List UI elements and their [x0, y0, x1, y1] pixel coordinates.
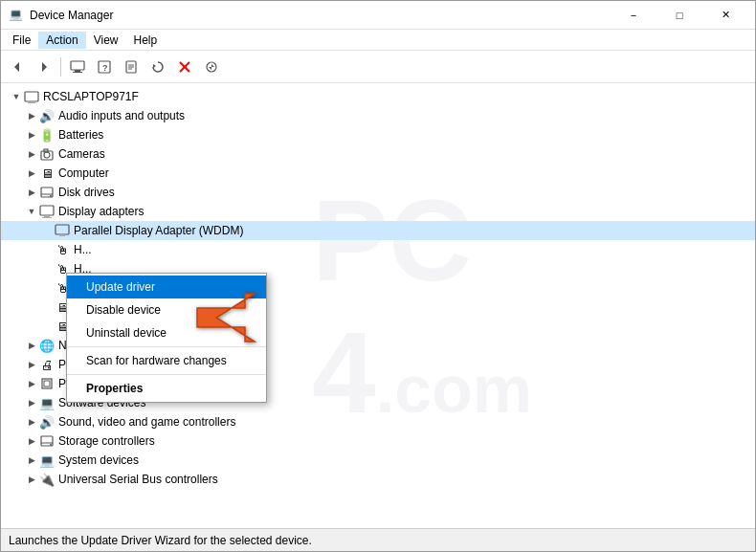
svg-marker-11	[153, 64, 156, 68]
svg-marker-0	[14, 62, 19, 72]
displayadapters-icon	[39, 204, 55, 219]
window-title: Device Manager	[30, 9, 611, 22]
svg-rect-2	[71, 61, 84, 70]
root-icon	[24, 89, 39, 104]
tree-item-storagecontrollers[interactable]: ▶ Storage controllers	[1, 431, 755, 451]
tree-item-displayadapters[interactable]: ▼ Display adapters	[1, 202, 755, 221]
svg-rect-30	[44, 381, 50, 386]
tree-item-diskdrives[interactable]: ▶ Disk drives	[1, 183, 755, 202]
main-content: PC4.com ▼ RCSLAPTOP971F ▶ 🔊 Audio inputs…	[1, 83, 755, 528]
tree-item-audio[interactable]: ▶ 🔊 Audio inputs and outputs	[1, 106, 755, 125]
usb-label: Universal Serial Bus controllers	[58, 473, 218, 486]
usb-toggle[interactable]: ▶	[24, 472, 39, 487]
cameras-label: Cameras	[58, 147, 105, 161]
refresh-button[interactable]	[145, 55, 170, 79]
printqueues-toggle[interactable]: ▶	[24, 357, 39, 372]
minimize-button[interactable]: −	[611, 1, 656, 30]
forward-button[interactable]	[32, 55, 56, 79]
title-bar: 💻 Device Manager − □ ✕	[1, 1, 755, 30]
computer-button[interactable]	[65, 55, 90, 79]
properties-button[interactable]	[119, 55, 144, 79]
ctx-separator	[67, 346, 266, 347]
storagecontrollers-toggle[interactable]: ▶	[24, 433, 39, 449]
menu-view[interactable]: View	[86, 32, 126, 49]
systemdevices-toggle[interactable]: ▶	[24, 453, 39, 468]
toolbar-separator-1	[60, 57, 61, 77]
properties-icon	[124, 60, 138, 74]
close-button[interactable]: ✕	[703, 1, 747, 30]
help-button[interactable]: ?	[92, 55, 117, 79]
svg-point-33	[50, 444, 52, 446]
status-text: Launches the Update Driver Wizard for th…	[9, 534, 312, 547]
forward-icon	[37, 60, 51, 74]
systemdevices-label: System devices	[58, 453, 139, 467]
networkadapters-toggle[interactable]: ▶	[24, 338, 39, 353]
h1-icon: 🖱	[55, 242, 70, 257]
svg-rect-28	[59, 234, 65, 236]
tree-item-cameras[interactable]: ▶ Cameras	[1, 144, 755, 164]
svg-rect-4	[73, 72, 82, 73]
remove-button[interactable]	[172, 55, 197, 79]
ctx-update-driver[interactable]: Update driver	[67, 276, 266, 298]
computer-label: Computer	[58, 166, 109, 180]
batteries-label: Batteries	[58, 128, 103, 142]
back-button[interactable]	[5, 55, 30, 79]
cameras-toggle[interactable]: ▶	[24, 146, 39, 162]
display-child-label: Parallel Display Adapter (WDDM)	[74, 224, 243, 237]
tree-item-usb[interactable]: ▶ 🔌 Universal Serial Bus controllers	[1, 470, 755, 489]
ctx-uninstall-device[interactable]: Uninstall device	[67, 321, 266, 344]
menu-file[interactable]: File	[5, 32, 38, 49]
tree-item-batteries[interactable]: ▶ 🔋 Batteries	[1, 125, 755, 144]
tree-item-soundvideo[interactable]: ▶ 🔊 Sound, video and game controllers	[1, 412, 755, 431]
audio-icon: 🔊	[39, 108, 55, 123]
svg-rect-25	[44, 215, 50, 217]
tree-item-computer[interactable]: ▶ 🖥 Computer	[1, 164, 755, 183]
ctx-properties[interactable]: Properties	[67, 377, 266, 400]
download-button[interactable]	[199, 55, 224, 79]
computer-toggle[interactable]: ▶	[24, 166, 39, 181]
display-child-toggle	[39, 223, 55, 238]
svg-point-18	[44, 152, 50, 158]
diskdrives-toggle[interactable]: ▶	[24, 185, 39, 200]
processors-icon	[39, 376, 55, 391]
toolbar: ?	[1, 51, 755, 83]
softwaredevices-toggle[interactable]: ▶	[24, 395, 39, 410]
svg-marker-1	[42, 62, 47, 72]
display-child-icon	[55, 223, 70, 238]
systemdevices-icon: 💻	[39, 453, 55, 468]
context-menu: Update driver Disable device Uninstall d…	[66, 273, 267, 403]
svg-rect-24	[40, 206, 54, 215]
status-bar: Launches the Update Driver Wizard for th…	[1, 528, 755, 551]
tree-item-h1[interactable]: 🖱 H...	[1, 240, 755, 259]
svg-text:?: ?	[102, 63, 108, 73]
menu-action[interactable]: Action	[38, 32, 85, 49]
displayadapters-toggle[interactable]: ▼	[24, 204, 39, 219]
tree-root[interactable]: ▼ RCSLAPTOP971F	[1, 87, 755, 106]
diskdrives-icon	[39, 185, 55, 200]
svg-rect-26	[42, 217, 52, 218]
maximize-button[interactable]: □	[657, 1, 701, 30]
tree-item-display-child[interactable]: Parallel Display Adapter (WDDM)	[1, 221, 755, 240]
svg-marker-15	[209, 64, 214, 70]
batteries-toggle[interactable]: ▶	[24, 127, 39, 143]
computer-icon: 🖥	[39, 166, 55, 181]
svg-rect-17	[28, 101, 35, 103]
root-label: RCSLAPTOP971F	[43, 90, 139, 103]
title-bar-controls: − □ ✕	[611, 1, 747, 30]
download-icon	[205, 60, 218, 74]
ctx-scan-hardware[interactable]: Scan for hardware changes	[67, 349, 266, 372]
batteries-icon: 🔋	[39, 127, 55, 143]
root-toggle[interactable]: ▼	[9, 89, 24, 104]
printqueues-icon: 🖨	[39, 357, 55, 372]
menu-help[interactable]: Help	[126, 32, 166, 49]
processors-toggle[interactable]: ▶	[24, 376, 39, 391]
cameras-icon	[39, 146, 55, 162]
ctx-disable-device[interactable]: Disable device	[67, 298, 266, 321]
audio-toggle[interactable]: ▶	[24, 108, 39, 123]
soundvideo-icon: 🔊	[39, 414, 55, 430]
displayadapters-label: Display adapters	[58, 205, 144, 218]
tree-item-systemdevices[interactable]: ▶ 💻 System devices	[1, 451, 755, 470]
back-icon	[11, 60, 24, 74]
computer-icon	[70, 60, 85, 74]
soundvideo-toggle[interactable]: ▶	[24, 414, 39, 430]
